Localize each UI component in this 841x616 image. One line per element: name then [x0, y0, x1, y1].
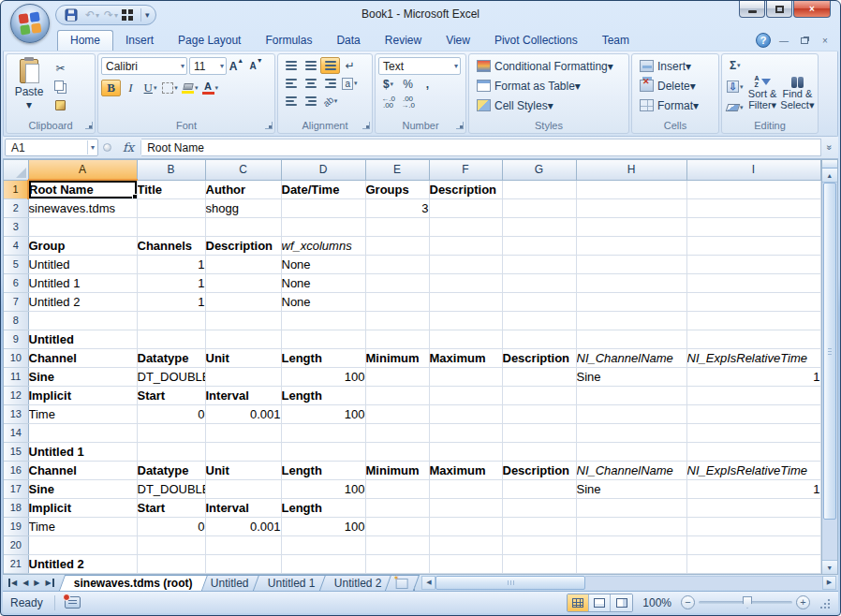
- format-as-table-button[interactable]: Format as Table▾: [472, 76, 626, 95]
- workbook-close-button[interactable]: ×: [818, 36, 833, 46]
- cell-F11[interactable]: [429, 367, 502, 386]
- center-button[interactable]: [301, 75, 320, 92]
- cell-G15[interactable]: [502, 442, 576, 461]
- cell-D10[interactable]: Length: [281, 348, 365, 367]
- cell-A9[interactable]: Untitled: [28, 330, 137, 348]
- formula-input[interactable]: Root Name: [141, 139, 821, 156]
- cell-A12[interactable]: Implicit: [28, 386, 137, 404]
- conditional-formatting-button[interactable]: Conditional Formatting▾: [472, 56, 626, 76]
- cell-B13[interactable]: 0: [137, 404, 205, 423]
- insert-function-button[interactable]: fx: [116, 140, 141, 154]
- cell-C20[interactable]: [205, 535, 281, 554]
- vertical-scroll-thumb[interactable]: [823, 183, 837, 520]
- row-header-3[interactable]: 3: [4, 217, 28, 236]
- cell-C1[interactable]: Author: [205, 180, 281, 198]
- cell-F7[interactable]: [429, 292, 502, 311]
- cell-D19[interactable]: 100: [281, 517, 365, 535]
- cell-E5[interactable]: [365, 255, 429, 273]
- office-button[interactable]: [10, 4, 50, 43]
- cell-H8[interactable]: [576, 311, 686, 330]
- column-header-D[interactable]: D: [281, 160, 365, 180]
- insert-cells-button[interactable]: Insert▾: [635, 56, 716, 76]
- cell-I1[interactable]: [686, 180, 820, 198]
- cell-B9[interactable]: [137, 330, 205, 348]
- cell-D11[interactable]: 100: [281, 367, 365, 386]
- cell-B12[interactable]: Start: [137, 386, 205, 404]
- align-right-button[interactable]: [320, 75, 340, 92]
- cell-E11[interactable]: [365, 367, 429, 386]
- cell-A2[interactable]: sinewaves.tdms: [28, 198, 137, 217]
- cell-G18[interactable]: [502, 498, 576, 517]
- next-sheet-button[interactable]: ▶: [34, 579, 39, 587]
- cell-C19[interactable]: 0.001: [205, 517, 281, 535]
- close-button[interactable]: ×: [793, 1, 831, 18]
- cell-G10[interactable]: Description: [502, 348, 576, 367]
- cell-G13[interactable]: [502, 404, 576, 423]
- cell-H10[interactable]: NI_ChannelName: [576, 348, 686, 367]
- cell-A5[interactable]: Untitled: [28, 255, 137, 273]
- zoom-slider[interactable]: [699, 601, 792, 604]
- select-all-corner[interactable]: [4, 160, 28, 180]
- column-header-G[interactable]: G: [502, 160, 576, 180]
- cell-D9[interactable]: [281, 330, 365, 348]
- cell-F8[interactable]: [429, 311, 502, 330]
- cell-I20[interactable]: [686, 535, 820, 554]
- cell-E2[interactable]: 3: [365, 198, 429, 217]
- cell-F15[interactable]: [429, 442, 502, 461]
- decrease-decimal-button[interactable]: .00→.0: [398, 94, 418, 110]
- tab-pivot-collections[interactable]: Pivot Collections: [482, 31, 590, 51]
- cell-C15[interactable]: [205, 442, 281, 461]
- sheet-tab-sinewaves-tdms-root[interactable]: sinewaves.tdms (root): [59, 575, 208, 591]
- cell-G3[interactable]: [502, 217, 576, 236]
- cell-A11[interactable]: Sine: [28, 367, 137, 386]
- cell-E9[interactable]: [365, 330, 429, 348]
- cell-G12[interactable]: [502, 386, 576, 404]
- cell-F19[interactable]: [429, 517, 502, 535]
- cell-G5[interactable]: [502, 255, 576, 273]
- increase-decimal-button[interactable]: ←.0.00: [378, 94, 398, 110]
- cell-B19[interactable]: 0: [137, 517, 205, 535]
- cell-D6[interactable]: None: [281, 273, 365, 292]
- cell-H2[interactable]: [576, 198, 686, 217]
- number-format-select[interactable]: Text▾: [378, 57, 461, 75]
- cell-B4[interactable]: Channels: [137, 236, 205, 255]
- cell-D5[interactable]: None: [281, 255, 365, 273]
- cell-D20[interactable]: [281, 535, 365, 554]
- cell-I18[interactable]: [686, 498, 820, 517]
- cell-B17[interactable]: DT_DOUBLE: [137, 479, 205, 498]
- cell-E1[interactable]: Groups: [365, 180, 429, 198]
- cell-H16[interactable]: NI_ChannelName: [576, 461, 686, 479]
- cell-B21[interactable]: [137, 554, 205, 573]
- cell-A16[interactable]: Channel: [28, 461, 137, 479]
- cell-H3[interactable]: [576, 217, 686, 236]
- cell-G4[interactable]: [502, 236, 576, 255]
- cell-A13[interactable]: Time: [28, 404, 137, 423]
- maximize-button[interactable]: [766, 1, 792, 18]
- tab-home[interactable]: Home: [57, 30, 113, 51]
- autosum-button[interactable]: Σ▾: [725, 57, 745, 74]
- delete-cells-button[interactable]: Delete▾: [635, 76, 716, 95]
- cell-I19[interactable]: [686, 517, 820, 535]
- cell-G2[interactable]: [502, 198, 576, 217]
- split-box[interactable]: [822, 160, 838, 169]
- cell-F10[interactable]: Maximum: [429, 348, 502, 367]
- cell-H9[interactable]: [576, 330, 686, 348]
- cell-G6[interactable]: [502, 273, 576, 292]
- row-header-14[interactable]: 14: [4, 423, 28, 442]
- cell-C2[interactable]: shogg: [205, 198, 281, 217]
- cell-A17[interactable]: Sine: [28, 479, 137, 498]
- cell-C6[interactable]: [205, 273, 281, 292]
- row-header-16[interactable]: 16: [4, 461, 28, 479]
- cell-G9[interactable]: [502, 330, 576, 348]
- fill-button[interactable]: ⇩▾: [725, 79, 745, 95]
- font-dialog-launcher-icon[interactable]: [265, 122, 273, 129]
- cell-F3[interactable]: [429, 217, 502, 236]
- cell-D8[interactable]: [281, 311, 365, 330]
- font-size-select[interactable]: 11▾: [189, 57, 227, 75]
- column-header-I[interactable]: I: [686, 160, 820, 180]
- cell-A20[interactable]: [28, 535, 137, 554]
- zoom-slider-thumb[interactable]: [743, 596, 752, 609]
- cell-C11[interactable]: [205, 367, 281, 386]
- cell-I14[interactable]: [686, 423, 820, 442]
- cell-C17[interactable]: [205, 479, 281, 498]
